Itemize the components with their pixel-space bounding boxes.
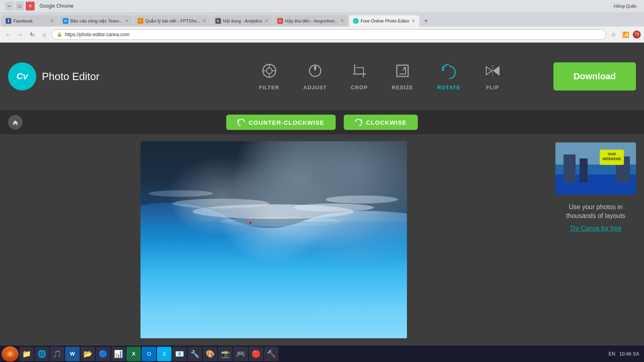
tabs-bar: f Facebook ✕ W Báo cáo công việc Team...… bbox=[0, 12, 644, 27]
taskbar-skype[interactable]: S bbox=[157, 347, 171, 361]
adjust-icon bbox=[307, 63, 323, 81]
taskbar-excel[interactable]: X bbox=[126, 347, 141, 361]
canva-logo[interactable]: Cv bbox=[8, 62, 36, 90]
new-tab-button[interactable]: + bbox=[420, 15, 431, 27]
promo-text: Use your photos inthousands of layouts bbox=[566, 203, 625, 221]
promo-image: OUR WEEKEND bbox=[555, 142, 636, 195]
top-toolbar: Cv Photo Editor bbox=[0, 43, 644, 110]
address-bar[interactable]: 🔒 https://photo-editor.canva.com bbox=[52, 29, 606, 40]
adjust-label: ADJUST bbox=[303, 84, 327, 90]
flip-label: FLIP bbox=[486, 84, 499, 90]
title-bar: ─ □ ✕ Google Chrome Hồng Quân bbox=[0, 0, 644, 12]
taskbar-app7[interactable]: 🎮 bbox=[233, 347, 248, 361]
svg-point-37 bbox=[8, 352, 12, 356]
tab-hopthuden[interactable]: M Hộp thư đến - lengochon... ✕ bbox=[273, 15, 348, 27]
url-text: https://photo-editor.canva.com bbox=[65, 32, 130, 37]
window-controls: ─ □ ✕ bbox=[5, 2, 35, 10]
taskbar-word[interactable]: W bbox=[65, 347, 80, 361]
back-button[interactable]: ← bbox=[3, 30, 13, 39]
promo-background: OUR WEEKEND bbox=[555, 142, 636, 195]
tab-noidung[interactable]: N Nội dung - Analytics ✕ bbox=[211, 15, 272, 27]
svg-text:WEEKEND: WEEKEND bbox=[603, 157, 621, 161]
rotate-toolbar: COUNTER-CLOCKWISE CLOCKWISE bbox=[0, 110, 644, 134]
notification-badge: 79 bbox=[633, 31, 641, 39]
tool-crop[interactable]: CROP bbox=[339, 59, 380, 95]
browser-frame: ─ □ ✕ Google Chrome Hồng Quân f Facebook… bbox=[0, 0, 644, 362]
svg-rect-13 bbox=[397, 65, 408, 76]
svg-point-21 bbox=[173, 199, 269, 208]
taskbar-chrome[interactable]: 🔵 bbox=[96, 347, 110, 361]
tool-rotate[interactable]: ROTATE bbox=[425, 59, 473, 95]
photo-canvas bbox=[140, 141, 407, 338]
nav-bar: ← → ↻ ⌂ 🔒 https://photo-editor.canva.com… bbox=[0, 27, 644, 43]
home-button[interactable]: ⌂ bbox=[39, 30, 49, 39]
clockwise-button[interactable]: CLOCKWISE bbox=[344, 115, 418, 130]
main-content: OUR WEEKEND Use your photos inthousands … bbox=[0, 134, 644, 345]
taskbar-explorer[interactable]: 📂 bbox=[80, 347, 95, 361]
taskbar: 📁 🌐 🎵 W 📂 🔵 📊 X O S 📧 🔧 🎨 📸 🎮 🔴 🔨 EN 10:… bbox=[0, 345, 644, 362]
taskbar-app6[interactable]: 📸 bbox=[218, 347, 233, 361]
maximize-button[interactable]: □ bbox=[15, 2, 24, 10]
photo-background bbox=[140, 141, 407, 338]
svg-rect-31 bbox=[580, 158, 588, 183]
start-button[interactable] bbox=[2, 346, 19, 362]
taskbar-app4[interactable]: 🔧 bbox=[188, 347, 202, 361]
svg-marker-18 bbox=[493, 67, 499, 75]
minimize-button[interactable]: ─ bbox=[5, 2, 14, 10]
resize-icon bbox=[394, 63, 411, 81]
taskbar-clock: 10:46 SA bbox=[619, 351, 639, 357]
side-panel: OUR WEEKEND Use your photos inthousands … bbox=[547, 134, 644, 345]
svg-point-24 bbox=[326, 195, 398, 204]
forward-button[interactable]: → bbox=[15, 30, 25, 39]
tool-filter[interactable]: FILTER bbox=[247, 59, 291, 95]
taskbar-app2[interactable]: 📊 bbox=[111, 347, 126, 361]
rotate-icon bbox=[441, 63, 457, 81]
taskbar-app9[interactable]: 🔨 bbox=[264, 347, 279, 361]
clockwise-label: CLOCKWISE bbox=[366, 119, 407, 126]
taskbar-app5[interactable]: 🎨 bbox=[203, 347, 217, 361]
tool-resize[interactable]: RESIZE bbox=[380, 59, 425, 95]
taskbar-music[interactable]: 🎵 bbox=[50, 347, 64, 361]
tab-quanly[interactable]: F Quản lý bài viết - FPTSho... ✕ bbox=[134, 15, 211, 27]
collapse-button[interactable] bbox=[8, 115, 23, 130]
flip-icon bbox=[485, 63, 501, 81]
logo-area: Cv Photo Editor bbox=[8, 62, 99, 90]
taskbar-right: EN 10:46 SA bbox=[605, 351, 642, 357]
rotate-label: ROTATE bbox=[437, 84, 460, 90]
svg-rect-26 bbox=[140, 222, 407, 338]
crop-icon bbox=[351, 63, 367, 81]
svg-point-23 bbox=[149, 190, 213, 197]
close-button[interactable]: ✕ bbox=[26, 2, 35, 10]
taskbar-app8[interactable]: 🔴 bbox=[249, 347, 263, 361]
user-label: Hồng Quân bbox=[610, 2, 641, 10]
tab-photoeditor[interactable]: C Free Online Photo Editor ✕ bbox=[349, 15, 419, 27]
tab-facebook[interactable]: f Facebook ✕ bbox=[2, 15, 58, 27]
svg-rect-30 bbox=[564, 154, 576, 183]
canva-link[interactable]: Try Canva for free bbox=[570, 225, 621, 232]
taskbar-outlook[interactable]: O bbox=[142, 347, 156, 361]
taskbar-browser[interactable]: 🌐 bbox=[35, 347, 49, 361]
lock-icon: 🔒 bbox=[57, 32, 62, 37]
taskbar-app3[interactable]: 📧 bbox=[172, 347, 187, 361]
tab-baocao[interactable]: W Báo cáo công việc Team... ✕ bbox=[59, 15, 133, 27]
app-title: Photo Editor bbox=[42, 70, 99, 83]
marker-dot bbox=[249, 222, 252, 224]
app-container: Cv Photo Editor bbox=[0, 43, 644, 345]
filter-label: FILTER bbox=[259, 84, 279, 90]
svg-line-16 bbox=[403, 68, 406, 70]
counter-clockwise-label: COUNTER-CLOCKWISE bbox=[249, 119, 324, 126]
filter-icon bbox=[261, 63, 277, 81]
language-indicator: EN bbox=[609, 351, 615, 357]
tool-flip[interactable]: FLIP bbox=[473, 59, 513, 95]
tool-adjust[interactable]: ADJUST bbox=[291, 59, 339, 95]
taskbar-files[interactable]: 📁 bbox=[19, 347, 34, 361]
reload-button[interactable]: ↻ bbox=[27, 30, 37, 39]
download-button[interactable]: Download bbox=[553, 62, 636, 90]
bookmark-button[interactable]: ☆ bbox=[609, 30, 618, 39]
resize-label: RESIZE bbox=[392, 84, 413, 90]
counter-clockwise-button[interactable]: COUNTER-CLOCKWISE bbox=[226, 115, 336, 130]
rss-button[interactable]: 📶 bbox=[621, 30, 630, 39]
svg-text:OUR: OUR bbox=[608, 152, 616, 156]
editor-area bbox=[0, 134, 547, 345]
svg-point-1 bbox=[266, 68, 272, 74]
